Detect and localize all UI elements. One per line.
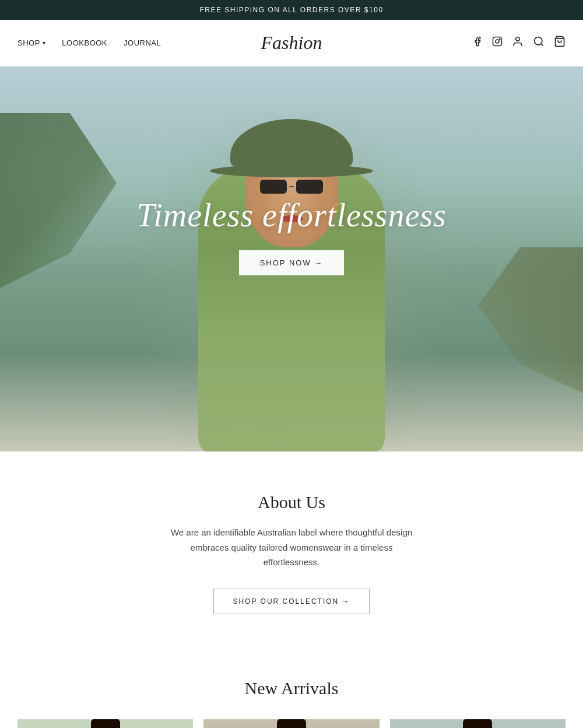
announcement-bar: FREE SHIPPING ON ALL ORDERS OVER $100 [0, 0, 583, 20]
facebook-icon[interactable] [472, 36, 483, 50]
shop-now-button[interactable]: SHOP NOW → [239, 250, 345, 275]
hair-2 [277, 719, 306, 728]
about-section: About Us We are an identifiable Australi… [0, 452, 583, 649]
svg-line-5 [541, 44, 543, 46]
about-title: About Us [12, 492, 571, 512]
cart-icon[interactable] [554, 36, 566, 50]
svg-point-2 [499, 38, 500, 40]
shop-collection-button[interactable]: SHOP OUR COLLECTION → [213, 589, 369, 614]
arrival-card-2[interactable] [203, 719, 379, 729]
svg-point-1 [496, 40, 499, 43]
announcement-text: FREE SHIPPING ON ALL ORDERS OVER $100 [199, 6, 383, 14]
svg-point-4 [535, 37, 542, 45]
nav-shop[interactable]: SHOP ▾ [17, 38, 45, 47]
header-actions [472, 36, 566, 50]
account-icon[interactable] [512, 36, 524, 50]
site-logo[interactable]: Fashion [261, 32, 322, 54]
hair-1 [91, 719, 120, 728]
arrival-card-3[interactable] [390, 719, 566, 729]
arrival-card-1[interactable] [17, 719, 193, 729]
main-nav: SHOP ▾ LOOKBOOK JOURNAL [17, 38, 161, 47]
svg-point-3 [516, 37, 520, 41]
hero-content: Timeless effortlessness SHOP NOW → [136, 197, 447, 275]
nav-lookbook[interactable]: LOOKBOOK [62, 38, 107, 47]
hero-model-figure [181, 113, 402, 452]
hero-section: Timeless effortlessness SHOP NOW → [0, 66, 583, 452]
svg-rect-0 [493, 37, 502, 46]
nav-journal[interactable]: JOURNAL [124, 38, 161, 47]
chevron-down-icon: ▾ [43, 40, 46, 46]
search-icon[interactable] [533, 36, 545, 50]
arrivals-grid [12, 719, 571, 729]
hair-3 [463, 719, 492, 728]
new-arrivals-section: New Arrivals [0, 649, 583, 729]
hero-title: Timeless effortlessness [136, 197, 447, 234]
instagram-icon[interactable] [492, 36, 503, 50]
about-description: We are an identifiable Australian label … [169, 525, 414, 570]
header: SHOP ▾ LOOKBOOK JOURNAL Fashion [0, 20, 583, 66]
new-arrivals-title: New Arrivals [12, 678, 571, 698]
